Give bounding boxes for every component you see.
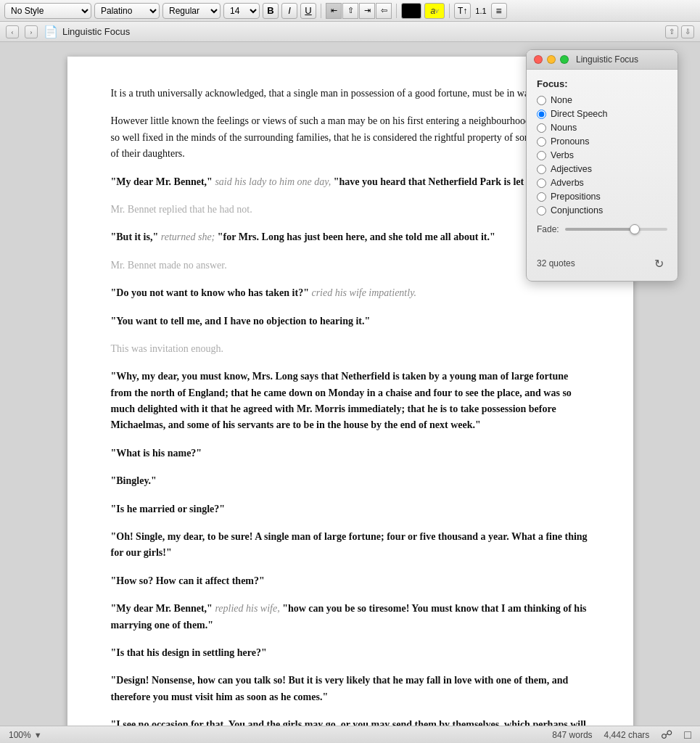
status-icon-1[interactable]: ☍ bbox=[661, 728, 672, 742]
radio-conjunctions-label: Conjunctions bbox=[551, 205, 603, 215]
title-controls: ⇧ ⇩ bbox=[665, 25, 694, 38]
direct-speech-3: "But it is," bbox=[111, 231, 159, 242]
minimize-button[interactable] bbox=[547, 55, 556, 64]
radio-adverbs-input[interactable] bbox=[537, 178, 546, 188]
forward-button[interactable]: › bbox=[25, 25, 38, 38]
align-justify-button[interactable]: ⇦ bbox=[376, 3, 392, 19]
back-button[interactable]: ‹ bbox=[6, 25, 19, 38]
next-page-button[interactable]: ⇩ bbox=[681, 25, 694, 38]
italic-button[interactable]: I bbox=[281, 3, 297, 19]
font-select[interactable]: Palatino bbox=[94, 3, 160, 19]
paragraph-4: Mr. Bennet replied that he had not. bbox=[111, 202, 590, 218]
paragraph-13: "Is he married or single?" bbox=[111, 501, 590, 517]
radio-nouns-label: Nouns bbox=[551, 123, 577, 133]
paragraph-6: Mr. Bennet made no answer. bbox=[111, 258, 590, 274]
align-left-button[interactable]: ⇤ bbox=[326, 3, 342, 19]
paragraph-10: "Why, my dear, you must know, Mrs. Long … bbox=[111, 369, 590, 434]
font-size-increase-button[interactable]: T↑ bbox=[454, 3, 471, 19]
paragraph-14: "Oh! Single, my dear, to be sure! A sing… bbox=[111, 529, 590, 562]
statusbar-left: 100% ▼ bbox=[9, 730, 42, 740]
style-select[interactable]: No Style bbox=[4, 3, 91, 19]
direct-speech-13: "My dear Mr. Bennet," bbox=[111, 603, 213, 614]
toolbar: No Style Palatino Regular 14 B I U ⇤ ⇧ ⇥… bbox=[0, 0, 700, 22]
radio-prepositions-input[interactable] bbox=[537, 192, 546, 202]
align-right-button[interactable]: ⇥ bbox=[359, 3, 375, 19]
close-button[interactable] bbox=[534, 55, 543, 64]
fade-slider[interactable] bbox=[565, 228, 667, 231]
direct-speech-12: "How so? How can it affect them?" bbox=[111, 575, 265, 586]
radio-none-input[interactable] bbox=[537, 96, 546, 105]
paragraph-9: This was invitation enough. bbox=[111, 341, 590, 357]
paragraph-7: "Do you not want to know who has taken i… bbox=[111, 285, 590, 301]
paragraph-16: "My dear Mr. Bennet," replied his wife, … bbox=[111, 601, 590, 633]
divider-1 bbox=[321, 4, 321, 18]
radio-adjectives[interactable]: Adjectives bbox=[537, 164, 667, 174]
radio-none-label: None bbox=[551, 95, 572, 105]
radio-pronouns-input[interactable] bbox=[537, 137, 546, 147]
direct-speech-7: "Why, my dear, you must know, Mrs. Long … bbox=[111, 371, 572, 430]
radio-verbs[interactable]: Verbs bbox=[537, 150, 667, 160]
radio-prepositions[interactable]: Prepositions bbox=[537, 192, 667, 202]
radio-conjunctions[interactable]: Conjunctions bbox=[537, 205, 667, 215]
paragraph-19: "I see no occasion for that. You and the… bbox=[111, 717, 590, 726]
speech-tag-1: said his lady to him one day, bbox=[213, 176, 334, 187]
underline-button[interactable]: U bbox=[300, 3, 316, 19]
size-select[interactable]: 14 bbox=[223, 3, 260, 19]
paragraph-8: "You want to tell me, and I have no obje… bbox=[111, 313, 590, 329]
radio-nouns[interactable]: Nouns bbox=[537, 123, 667, 133]
align-center-button[interactable]: ⇧ bbox=[342, 3, 358, 19]
weight-select[interactable]: Regular bbox=[162, 3, 221, 19]
bold-button[interactable]: B bbox=[263, 3, 279, 19]
radio-none[interactable]: None bbox=[537, 95, 667, 105]
direct-speech-6: "You want to tell me, and I have no obje… bbox=[111, 316, 371, 327]
paragraph-11: "What is his name?" bbox=[111, 446, 590, 461]
text-color-swatch[interactable] bbox=[401, 3, 421, 19]
panel-titlebar: Linguistic Focus bbox=[527, 50, 678, 70]
radio-direct-speech-input[interactable] bbox=[537, 110, 546, 119]
radio-adverbs[interactable]: Adverbs bbox=[537, 178, 667, 188]
speech-tag-2: returned she; bbox=[158, 231, 218, 242]
radio-prepositions-label: Prepositions bbox=[551, 192, 601, 202]
speech-tag-4: replied his wife, bbox=[213, 603, 282, 614]
panel-footer: 32 quotes ↻ bbox=[527, 250, 678, 281]
line-spacing-value: 1.1 bbox=[475, 7, 486, 15]
paragraph-3: "My dear Mr. Bennet," said his lady to h… bbox=[111, 174, 590, 190]
linguistic-focus-panel: Linguistic Focus Focus: None Direct Spee… bbox=[526, 49, 678, 282]
list-button[interactable]: ≡ bbox=[491, 3, 507, 19]
refresh-button[interactable]: ↻ bbox=[650, 255, 667, 272]
highlight-underline: v bbox=[435, 7, 439, 15]
document-title: Linguistic Focus bbox=[62, 26, 130, 37]
paragraph-12: "Bingley." bbox=[111, 473, 590, 489]
prev-page-button[interactable]: ⇧ bbox=[665, 25, 678, 38]
zoom-dropdown-button[interactable]: ▼ bbox=[34, 731, 42, 739]
radio-verbs-input[interactable] bbox=[537, 151, 546, 160]
paragraph-1: It is a truth universally acknowledged, … bbox=[111, 86, 590, 102]
radio-pronouns[interactable]: Pronouns bbox=[537, 136, 667, 147]
radio-direct-speech[interactable]: Direct Speech bbox=[537, 109, 667, 119]
word-count: 847 words bbox=[552, 730, 592, 740]
direct-speech-15: "Is that his design in settling here?" bbox=[111, 647, 267, 658]
radio-nouns-input[interactable] bbox=[537, 123, 546, 133]
radio-conjunctions-input[interactable] bbox=[537, 206, 546, 215]
direct-speech-9: "Bingley." bbox=[111, 475, 157, 486]
main-area: It is a truth universally acknowledged, … bbox=[0, 42, 700, 726]
fade-row: Fade: bbox=[537, 224, 667, 234]
radio-adverbs-label: Adverbs bbox=[551, 178, 584, 188]
status-icon-2[interactable]: □ bbox=[684, 728, 691, 742]
quotes-count: 32 quotes bbox=[537, 258, 575, 268]
direct-speech-8: "What is his name?" bbox=[111, 448, 202, 459]
panel-body: Focus: None Direct Speech Nouns Pronouns… bbox=[527, 70, 678, 250]
panel-title: Linguistic Focus bbox=[576, 54, 638, 65]
direct-speech-16: "Design! Nonsense, how can you talk so! … bbox=[111, 675, 569, 702]
highlight-swatch[interactable]: a v bbox=[424, 3, 445, 19]
align-group: ⇤ ⇧ ⇥ ⇦ bbox=[326, 3, 392, 19]
paragraph-17: "Is that his design in settling here?" bbox=[111, 645, 590, 661]
zoom-level: 100% bbox=[9, 730, 31, 740]
radio-direct-speech-label: Direct Speech bbox=[551, 109, 608, 119]
paragraph-5: "But it is," returned she; "for Mrs. Lon… bbox=[111, 229, 590, 245]
radio-adjectives-input[interactable] bbox=[537, 165, 546, 174]
paragraph-15: "How so? How can it affect them?" bbox=[111, 573, 590, 589]
maximize-button[interactable] bbox=[560, 55, 569, 64]
highlight-icon: a bbox=[430, 6, 435, 16]
document-icon: 📄 bbox=[44, 25, 57, 39]
